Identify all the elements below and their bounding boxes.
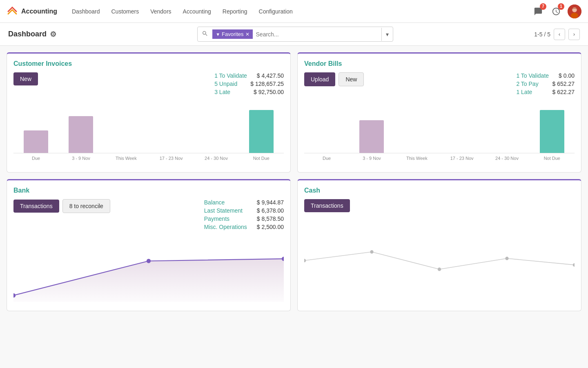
vb-bar-label-17-23: 17 - 23 Nov (439, 156, 484, 161)
navbar-nav: Dashboard Customers Vendors Accounting R… (67, 6, 532, 17)
vb-stat-value-late: $ 622.27 (552, 89, 575, 95)
filter-close-icon[interactable]: ✕ (245, 31, 249, 37)
vendor-bills-new-button[interactable]: New (339, 72, 364, 86)
bank-card: Bank Transactions 8 to reconcile Balance… (7, 179, 291, 311)
cash-card: Cash Transactions (297, 179, 581, 311)
nav-reporting[interactable]: Reporting (218, 6, 252, 17)
search-dropdown-button[interactable]: ▾ (381, 28, 393, 41)
bank-stat-payments: Payments $ 8,578.50 (204, 215, 284, 222)
nav-vendors[interactable]: Vendors (145, 6, 176, 17)
vb-stat-value-to-validate: $ 0.00 (559, 72, 575, 79)
stat-row-2: 3 Late $ 92,750.00 (214, 89, 284, 95)
customer-invoices-actions: New 1 To Validate $ 4,427.50 5 Unpaid $ … (13, 72, 284, 95)
svg-marker-4 (13, 259, 284, 302)
nav-accounting[interactable]: Accounting (178, 6, 216, 17)
vb-bar-3-9-bar (359, 120, 384, 153)
nav-configuration[interactable]: Configuration (254, 6, 298, 17)
bank-label-last-stmt[interactable]: Last Statement (204, 207, 243, 214)
vb-bar-not-due (530, 110, 575, 153)
app-brand: Accounting (21, 8, 57, 15)
bank-value-payments: $ 8,578.50 (257, 215, 284, 222)
pagination-next-button[interactable]: › (568, 29, 580, 40)
stat-row-0: 1 To Validate $ 4,427.50 (214, 72, 284, 79)
filter-tag: ▼ Favorites ✕ (212, 29, 252, 39)
vendor-bills-chart: Due 3 - 9 Nov This Week 17 - 23 Nov 24 -… (304, 100, 575, 166)
vb-bar-3-9 (349, 120, 394, 153)
search-input[interactable] (253, 29, 382, 40)
stat-value-unpaid: $ 128,657.25 (250, 81, 284, 87)
bank-stat-last-stmt: Last Statement $ 6,378.00 (204, 207, 284, 214)
vb-stat-label-to-validate[interactable]: 1 To Validate (516, 72, 549, 79)
cash-transactions-button[interactable]: Transactions (304, 199, 350, 212)
vendor-bills-stats: 1 To Validate $ 0.00 2 To Pay $ 652.27 1… (516, 72, 575, 95)
vb-bar-label-this-week: This Week (394, 156, 439, 161)
ci-bar-chart (13, 100, 284, 153)
bank-transactions-button[interactable]: Transactions (13, 200, 59, 213)
cash-actions: Transactions (304, 199, 575, 212)
navbar: Accounting Dashboard Customers Vendors A… (0, 0, 588, 23)
vb-bar-label-24-30: 24 - 30 Nov (484, 156, 529, 161)
bank-label-misc[interactable]: Misc. Operations (204, 224, 247, 230)
bar-3-9-bar (69, 116, 93, 153)
messages-badge: 7 (540, 3, 546, 10)
vb-bar-labels: Due 3 - 9 Nov This Week 17 - 23 Nov 24 -… (304, 156, 575, 161)
bank-label-payments[interactable]: Payments (204, 215, 229, 222)
stat-value-late: $ 92,750.00 (254, 89, 284, 95)
bank-stats: Balance $ 9,944.87 Last Statement $ 6,37… (204, 199, 284, 230)
bank-actions: Transactions 8 to reconcile Balance $ 9,… (13, 199, 284, 230)
bank-title: Bank (13, 187, 284, 194)
toolbar: Dashboard ⚙ ▼ Favorites ✕ ▾ 1-5 / 5 ‹ › (0, 23, 588, 46)
cash-line-chart-svg (304, 217, 575, 304)
vb-stat-label-late[interactable]: 1 Late (516, 89, 532, 95)
customer-invoices-stats: 1 To Validate $ 4,427.50 5 Unpaid $ 128,… (214, 72, 284, 95)
vendor-bills-upload-button[interactable]: Upload (304, 72, 335, 86)
messages-button[interactable]: 7 (532, 5, 545, 18)
vb-stat-value-to-pay: $ 652.27 (552, 81, 575, 87)
svg-point-6 (147, 259, 151, 263)
bank-line-chart (13, 235, 284, 304)
bank-value-misc: $ 2,500.00 (257, 224, 284, 230)
svg-point-8 (304, 259, 306, 263)
bar-due (13, 130, 58, 153)
svg-point-11 (505, 257, 508, 260)
stat-label-late[interactable]: 3 Late (214, 89, 230, 95)
vendor-bills-title: Vendor Bills (304, 60, 575, 67)
clock-button[interactable]: 1 (550, 5, 563, 18)
nav-dashboard[interactable]: Dashboard (67, 6, 105, 17)
svg-point-9 (370, 250, 373, 254)
settings-gear-icon[interactable]: ⚙ (50, 30, 56, 39)
svg-point-10 (438, 267, 441, 271)
bank-label-balance[interactable]: Balance (204, 199, 225, 206)
vb-bar-label-not-due: Not Due (530, 156, 575, 161)
svg-point-2 (571, 13, 578, 18)
vb-stat-row-0: 1 To Validate $ 0.00 (516, 72, 575, 79)
customer-invoices-chart: Due 3 - 9 Nov This Week 17 - 23 Nov 24 -… (13, 100, 284, 166)
bank-stat-misc: Misc. Operations $ 2,500.00 (204, 224, 284, 230)
vendor-bills-card: Vendor Bills Upload New 1 To Validate $ … (297, 52, 581, 173)
customer-invoices-new-button[interactable]: New (13, 72, 38, 85)
bar-label-24-30: 24 - 30 Nov (194, 156, 238, 161)
stat-label-to-validate[interactable]: 1 To Validate (214, 72, 247, 79)
pagination-label: 1-5 / 5 (534, 31, 550, 38)
bar-label-this-week: This Week (104, 156, 149, 161)
ci-bar-labels: Due 3 - 9 Nov This Week 17 - 23 Nov 24 -… (13, 156, 284, 161)
toolbar-title-wrap: Dashboard ⚙ (8, 30, 56, 39)
bank-reconcile-button[interactable]: 8 to reconcile (62, 199, 110, 213)
main-grid: Customer Invoices New 1 To Validate $ 4,… (0, 46, 588, 318)
pagination-prev-button[interactable]: ‹ (554, 29, 565, 40)
cash-line-chart (304, 217, 575, 304)
bar-due-bar (24, 130, 48, 153)
user-avatar[interactable] (568, 4, 581, 18)
vb-stat-row-2: 1 Late $ 622.27 (516, 89, 575, 95)
bar-label-3-9: 3 - 9 Nov (58, 156, 103, 161)
page-title: Dashboard (8, 30, 47, 38)
navbar-logo[interactable]: Accounting (7, 6, 57, 17)
vb-stat-label-to-pay[interactable]: 2 To Pay (516, 81, 538, 87)
vb-bar-label-3-9: 3 - 9 Nov (349, 156, 394, 161)
stat-label-unpaid[interactable]: 5 Unpaid (214, 81, 237, 87)
customer-invoices-title: Customer Invoices (13, 60, 284, 67)
search-bar: ▼ Favorites ✕ ▾ (197, 27, 393, 42)
navbar-actions: 7 1 (532, 4, 581, 18)
nav-customers[interactable]: Customers (107, 6, 144, 17)
vendor-bills-actions: Upload New 1 To Validate $ 0.00 2 To Pay… (304, 72, 575, 95)
